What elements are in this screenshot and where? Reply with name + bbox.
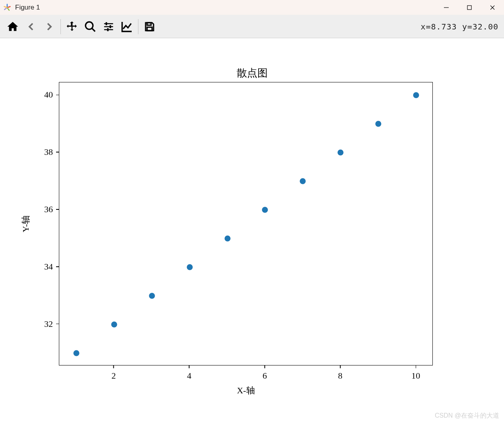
y-tick-label: 32: [44, 319, 53, 329]
data-point: [262, 207, 268, 213]
y-tick: 32: [44, 319, 59, 329]
save-button[interactable]: [141, 18, 158, 35]
svg-rect-12: [107, 28, 109, 31]
app-icon: [3, 4, 11, 12]
close-button[interactable]: [481, 0, 504, 15]
x-tick: 8: [338, 365, 342, 385]
data-point: [187, 264, 193, 270]
data-point: [111, 321, 117, 327]
data-point: [73, 350, 79, 356]
app-window: Figure 1: [0, 0, 504, 424]
x-tick-label: 10: [411, 371, 420, 381]
toolbar: x=8.733 y=32.00: [0, 15, 504, 38]
toolbar-separator: [138, 19, 138, 34]
x-axis-label: X-轴: [237, 385, 255, 397]
titlebar: Figure 1: [0, 0, 504, 15]
svg-rect-7: [104, 23, 113, 24]
window-title: Figure 1: [15, 4, 40, 12]
minimize-button[interactable]: [435, 0, 458, 15]
svg-rect-14: [147, 27, 152, 31]
x-tick-label: 6: [263, 371, 267, 381]
svg-line-6: [92, 28, 95, 31]
svg-rect-2: [467, 6, 471, 10]
svg-rect-8: [106, 22, 107, 25]
y-tick-label: 36: [44, 204, 53, 215]
plot-area: [59, 82, 433, 365]
svg-rect-10: [110, 25, 111, 28]
cursor-coordinates: x=8.733 y=32.00: [420, 22, 500, 31]
y-tick-label: 40: [44, 90, 53, 100]
data-point: [413, 92, 419, 98]
edit-axes-button[interactable]: [118, 18, 136, 35]
y-tick: 38: [44, 147, 59, 157]
x-tick-label: 2: [111, 371, 116, 381]
x-axis-ticks: 246810: [59, 365, 433, 385]
configure-button[interactable]: [100, 18, 117, 35]
y-tick: 40: [44, 90, 59, 100]
x-tick: 2: [111, 365, 116, 385]
y-tick: 36: [44, 204, 59, 215]
x-tick-label: 8: [338, 371, 342, 381]
x-tick: 4: [187, 365, 191, 385]
data-point: [338, 150, 344, 156]
home-button[interactable]: [4, 18, 21, 35]
chart-title: 散点图: [237, 66, 268, 80]
toolbar-separator: [60, 19, 61, 34]
data-point: [300, 178, 306, 184]
svg-rect-13: [147, 23, 151, 25]
x-tick-label: 4: [187, 371, 191, 381]
y-tick: 34: [44, 262, 59, 272]
y-tick-label: 34: [44, 262, 53, 272]
x-tick: 6: [263, 365, 267, 385]
zoom-button[interactable]: [82, 18, 99, 35]
y-tick-label: 38: [44, 147, 53, 157]
svg-rect-9: [104, 26, 113, 27]
forward-button[interactable]: [41, 18, 58, 35]
pan-button[interactable]: [63, 18, 81, 35]
watermark: CSDN @在奋斗的大道: [435, 412, 499, 420]
x-tick: 10: [411, 365, 420, 385]
data-point: [224, 235, 230, 241]
figure-canvas[interactable]: 散点图 Y-轴 3234363840 246810 X-轴 CSDN @在奋斗的…: [0, 38, 504, 424]
y-axis-ticks: 3234363840: [0, 82, 59, 365]
back-button[interactable]: [22, 18, 40, 35]
data-point: [376, 121, 381, 127]
svg-point-5: [86, 22, 93, 29]
data-point: [149, 293, 155, 299]
maximize-button[interactable]: [458, 0, 481, 15]
